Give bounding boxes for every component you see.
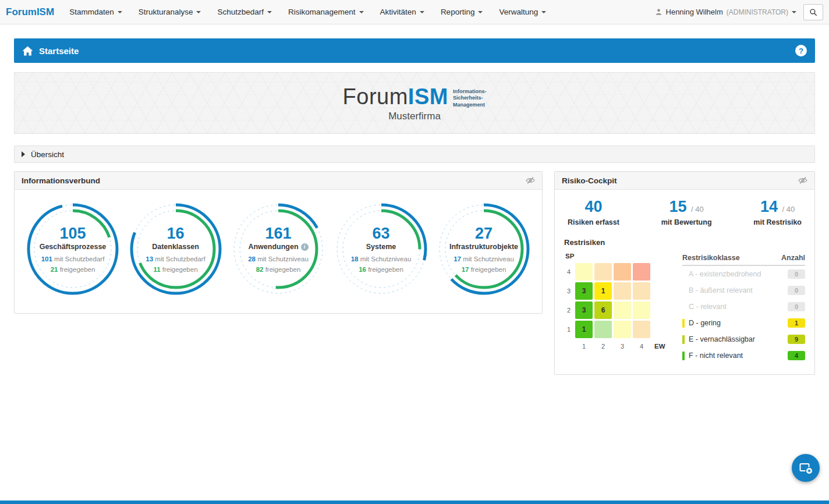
matrix-cell[interactable] [614,301,631,319]
user-icon [655,8,663,16]
matrix-cell[interactable]: 1 [575,321,593,338]
risk-stats: 40 Risiken erfasst 15 / 40 mit Bewertung… [555,190,814,233]
menu-stammdaten[interactable]: Stammdaten [69,8,122,16]
y-axis-label: SP [565,253,669,260]
matrix-cell[interactable]: 3 [575,282,593,300]
info-icon[interactable]: i [301,243,309,251]
panel-risiko-cockpit: Risiko-Cockpit 40 Risiken erfasst 15 / 4… [554,171,815,375]
search-icon [809,8,817,16]
count-badge: 0 [788,286,805,295]
app-logo[interactable]: ForumISM [6,6,54,18]
caret-down-icon [359,11,364,13]
risk-matrix: SP 4 3 3 1 2 3 6 [564,253,669,364]
gauge-value: 27 [475,225,493,243]
class-color-bar [682,352,685,360]
count-badge: 9 [788,335,805,344]
risk-class-row-c[interactable]: C - relevant 0 [682,299,805,315]
risk-class-row-b[interactable]: B - äußerst relevant 0 [682,282,805,299]
caret-down-icon [792,11,796,13]
caret-down-icon [118,11,122,13]
gauge-infrastrukturobjekte[interactable]: 27 Infrastrukturobjekte 17 mit Schutzniv… [435,200,533,298]
column-restrisikoklasse: Restrisikoklasse [682,254,740,262]
menu-strukturanalyse[interactable]: Strukturanalyse [139,8,201,16]
gauge-geschaeftsprozesse[interactable]: 105 Geschäftsprozesse 101 mit Schutzbeda… [24,200,122,298]
stat-risiken-erfasst: 40 Risiken erfasst [568,199,619,226]
risk-class-row-a[interactable]: A - existenzbedrohend 0 [682,266,805,282]
hide-panel-icon[interactable] [798,176,807,185]
menu-reporting[interactable]: Reporting [441,8,483,16]
help-icon[interactable]: ? [795,45,807,56]
menu-verwaltung[interactable]: Verwaltung [499,8,546,16]
count-badge: 4 [788,351,805,360]
panel-title: Risiko-Cockpit [562,176,617,185]
hide-panel-icon[interactable] [526,176,535,185]
risk-classes-table: Restrisikoklasse Anzahl A - existenzbedr… [682,253,805,364]
matrix-cell[interactable]: 1 [594,282,612,300]
column-anzahl: Anzahl [781,254,805,262]
gauge-anwendungen[interactable]: 161 Anwendungeni 28 mit Schutzniveau 82 … [229,200,327,298]
add-note-icon [798,460,813,475]
stat-mit-bewertung: 15 / 40 mit Bewertung [661,199,712,226]
matrix-cell[interactable]: 6 [594,301,612,319]
class-color-bar [682,335,685,344]
user-role: (ADMINISTRATOR) [727,8,788,16]
gauge-value: 161 [265,225,291,243]
gauge-value: 105 [59,225,86,243]
expand-arrow-icon [22,151,25,157]
navbar-right: Henning Wilhelm (ADMINISTRATOR) [655,4,823,20]
caret-down-icon [267,11,272,13]
count-badge: 0 [788,269,805,279]
risk-class-row-e[interactable]: E - vernachlässigbar 9 [682,331,805,347]
home-icon[interactable] [22,46,33,56]
main-menu: Stammdaten Strukturanalyse Schutzbedarf … [69,8,654,16]
gauge-datenklassen[interactable]: 16 Datenklassen 13 mit Schutzbedarf 11 f… [127,200,225,298]
restrisiken-heading: Restrisiken [555,233,814,253]
class-color-bar [682,303,685,311]
menu-schutzbedarf[interactable]: Schutzbedarf [217,8,272,16]
user-menu[interactable]: Henning Wilhelm (ADMINISTRATOR) [655,8,796,16]
hero-logo: ForumISM [343,84,448,109]
caret-down-icon [478,11,483,13]
overview-collapse-bar[interactable]: Übersicht [14,145,815,163]
page-title: Startseite [39,46,79,56]
gauge-label: Geschäftsprozesse [40,243,107,251]
matrix-cell[interactable] [594,321,612,338]
quick-add-button[interactable] [792,454,820,482]
matrix-cell[interactable] [614,263,631,281]
gauge-label: Datenklassen [152,243,199,251]
x-axis-label: EW [652,343,669,354]
matrix-cell[interactable] [614,321,631,338]
risk-class-row-d[interactable]: D - gering 1 [682,315,805,331]
panel-informationsverbund: Informationsverbund 105 Geschäftsprozess… [14,171,543,314]
matrix-cell[interactable] [633,282,650,300]
gauge-label: Anwendungeni [248,243,308,251]
class-color-bar [682,286,685,295]
page-header-bar: Startseite ? [14,38,815,63]
menu-aktivitaeten[interactable]: Aktivitäten [380,8,424,16]
matrix-cell[interactable] [633,321,650,338]
risk-class-row-f[interactable]: F - nicht relevant 4 [682,347,805,364]
panel-title: Informationsverbund [22,176,100,185]
class-color-bar [682,319,685,328]
gauge-value: 63 [372,225,389,243]
matrix-cell[interactable] [594,263,612,281]
menu-risikomanagement[interactable]: Risikomanagement [288,8,364,16]
stat-mit-restrisiko: 14 / 40 mit Restrisiko [753,199,802,226]
gauge-systeme[interactable]: 63 Systeme 18 mit Schutzniveau 16 freige… [332,200,430,298]
matrix-cell[interactable] [575,263,593,281]
gauge-label: Systeme [366,243,396,251]
matrix-cell[interactable]: 3 [575,301,593,319]
class-color-bar [682,270,685,279]
count-badge: 1 [788,318,805,328]
user-name: Henning Wilhelm [666,8,723,16]
gauge-label: Infrastrukturobjekte [449,243,518,251]
hero-tagline: Informations- Sicherheits- Management [453,88,487,109]
matrix-cell[interactable] [633,263,650,281]
gauge-value: 16 [166,225,184,243]
matrix-cell[interactable] [633,301,650,319]
count-badge: 0 [788,302,805,311]
search-button[interactable] [803,4,823,20]
matrix-cell[interactable] [614,282,631,300]
company-name: Musterfirma [388,111,441,122]
caret-down-icon [541,11,546,13]
